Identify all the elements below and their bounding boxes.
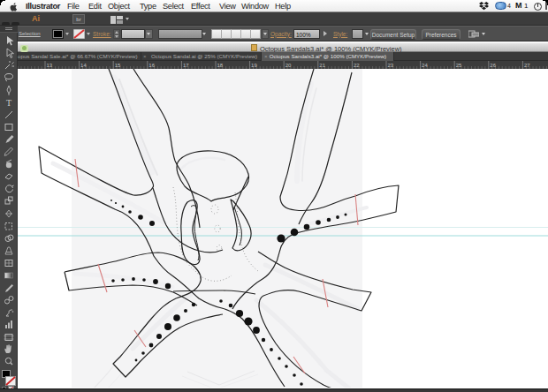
svg-text:20: 20 <box>285 63 292 68</box>
svg-text:17: 17 <box>183 63 189 68</box>
svg-text:18: 18 <box>217 63 224 68</box>
svg-text:19: 19 <box>251 63 257 68</box>
svg-text:21: 21 <box>319 63 325 68</box>
svg-text:27: 27 <box>524 63 530 68</box>
svg-text:15: 15 <box>115 63 121 68</box>
svg-text:T: T <box>6 98 11 108</box>
svg-text:13: 13 <box>47 63 53 68</box>
svg-text:23: 23 <box>388 63 394 68</box>
svg-text:26: 26 <box>490 63 496 68</box>
svg-text:14: 14 <box>80 63 87 68</box>
svg-text:16: 16 <box>148 63 155 68</box>
svg-text:24: 24 <box>422 63 428 68</box>
svg-text:25: 25 <box>456 63 462 68</box>
svg-text:22: 22 <box>354 63 360 68</box>
